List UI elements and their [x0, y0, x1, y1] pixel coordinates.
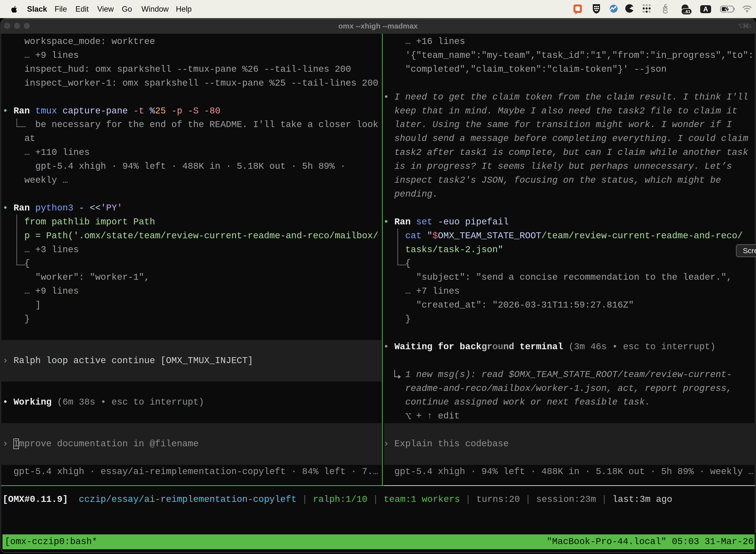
svg-text:1: 1 [749, 23, 752, 28]
svg-text:..61: ..61 [683, 9, 690, 14]
